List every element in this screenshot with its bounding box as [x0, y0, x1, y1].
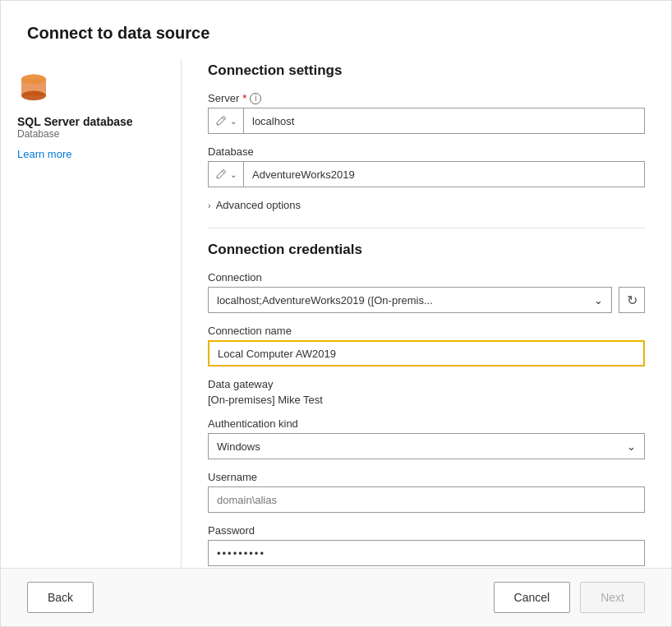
database-chevron-icon: ⌄	[230, 170, 237, 179]
database-label-text: Database	[208, 145, 254, 158]
server-label-text: Server	[208, 92, 239, 104]
advanced-options-chevron: ›	[208, 201, 211, 210]
connection-settings-section: Connection settings Server * i ⌄	[208, 62, 645, 211]
sidebar-db-type: Database	[17, 128, 164, 140]
sidebar: SQL Server database Database Learn more	[1, 59, 182, 568]
server-input-group: ⌄	[208, 108, 645, 134]
refresh-button[interactable]: ↻	[619, 287, 645, 313]
data-gateway-value: [On-premises] Mike Test	[208, 394, 645, 406]
connection-dropdown[interactable]: localhost;AdventureWorks2019 ([On-premis…	[208, 287, 612, 313]
connection-name-label: Connection name	[208, 325, 645, 337]
auth-kind-label: Authentication kind	[208, 417, 645, 430]
connection-field-label: Connection	[208, 271, 645, 284]
svg-point-2	[21, 91, 46, 101]
server-required: *	[242, 92, 246, 104]
auth-kind-value: Windows	[217, 440, 260, 453]
advanced-options-toggle[interactable]: › Advanced options	[208, 199, 645, 211]
server-input[interactable]	[243, 108, 645, 134]
form-area: Connection settings Server * i ⌄	[182, 59, 671, 568]
svg-point-3	[21, 75, 46, 85]
edit-icon-db	[215, 168, 227, 180]
section-divider	[208, 228, 645, 228]
connection-dropdown-value: localhost;AdventureWorks2019 ([On-premis…	[217, 294, 433, 307]
connection-row: localhost;AdventureWorks2019 ([On-premis…	[208, 287, 645, 313]
page-title: Connect to data source	[1, 1, 671, 59]
back-button[interactable]: Back	[27, 582, 94, 613]
server-chevron-icon: ⌄	[230, 117, 237, 126]
footer-right-buttons: Cancel Next	[494, 582, 645, 613]
username-label: Username	[208, 471, 645, 483]
password-input[interactable]	[208, 540, 645, 566]
server-field-label: Server * i	[208, 92, 645, 104]
sidebar-db-name: SQL Server database	[17, 115, 164, 128]
username-input[interactable]	[208, 486, 645, 513]
password-label: Password	[208, 524, 645, 537]
next-button[interactable]: Next	[580, 582, 645, 613]
data-gateway-label: Data gateway	[208, 378, 645, 390]
advanced-options-label: Advanced options	[216, 199, 301, 211]
connection-name-input[interactable]	[208, 340, 645, 367]
connection-name-label-text: Connection name	[208, 325, 292, 337]
database-icon	[17, 72, 50, 105]
footer: Back Cancel Next	[1, 568, 671, 626]
database-field-label: Database	[208, 145, 645, 158]
auth-kind-chevron: ⌄	[627, 440, 636, 453]
database-input[interactable]	[243, 161, 645, 187]
username-label-text: Username	[208, 471, 257, 483]
edit-icon	[215, 115, 227, 127]
cancel-button[interactable]: Cancel	[494, 582, 571, 613]
auth-kind-select[interactable]: Windows ⌄	[208, 433, 645, 459]
server-input-prefix[interactable]: ⌄	[208, 108, 243, 134]
connection-label-text: Connection	[208, 271, 262, 284]
connection-credentials-section: Connection credentials Connection localh…	[208, 242, 645, 568]
data-gateway-label-text: Data gateway	[208, 378, 274, 390]
learn-more-link[interactable]: Learn more	[17, 148, 71, 160]
connection-dropdown-chevron: ⌄	[594, 294, 603, 307]
connection-settings-title: Connection settings	[208, 62, 645, 79]
server-info-icon[interactable]: i	[250, 93, 261, 104]
database-input-group: ⌄	[208, 161, 645, 187]
password-label-text: Password	[208, 524, 255, 537]
connection-credentials-title: Connection credentials	[208, 242, 645, 258]
database-input-prefix[interactable]: ⌄	[208, 161, 243, 187]
auth-kind-label-text: Authentication kind	[208, 417, 298, 430]
